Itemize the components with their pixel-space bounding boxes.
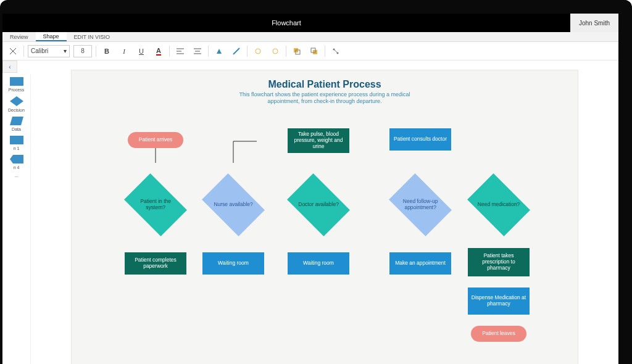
node-label: Make an appointment <box>395 260 446 267</box>
connector-icon[interactable] <box>329 44 343 58</box>
separator <box>247 46 247 57</box>
shape-label: n 4 <box>14 165 20 170</box>
underline-button[interactable]: U <box>135 44 148 58</box>
svg-point-8 <box>256 49 260 54</box>
shape-n1[interactable]: n 1 <box>4 135 29 151</box>
font-size-select[interactable]: 8 <box>73 45 92 57</box>
node-d-nurse[interactable]: Nurse available? <box>202 173 265 236</box>
chart-subtitle: This flowchart shows the patient experie… <box>72 91 578 105</box>
node-label: Patient consults doctor <box>394 136 447 143</box>
node-label: Need follow-up appointment? <box>397 199 444 211</box>
shape-data[interactable]: Data <box>4 116 29 131</box>
window-title: Flowchart <box>2 19 570 27</box>
fill-color-icon[interactable] <box>212 44 226 58</box>
separator <box>208 46 209 57</box>
tab-review[interactable]: Review <box>2 32 36 41</box>
line-color-icon[interactable] <box>230 44 243 58</box>
node-d-doctor[interactable]: Doctor available? <box>287 173 350 236</box>
node-label: Doctor available? <box>295 202 342 208</box>
node-label: Dispense Medication at pharmacy <box>470 295 527 307</box>
font-select[interactable]: Calibri▾ <box>28 45 70 57</box>
svg-rect-20 <box>10 136 23 144</box>
node-wait2[interactable]: Waiting room <box>288 252 349 275</box>
node-take-pulse[interactable]: Take pulse, blood pressure, weight and u… <box>288 128 349 153</box>
node-label: Patient completes paperwork <box>127 257 184 270</box>
tab-shape[interactable]: Shape <box>36 32 67 41</box>
arrange-icon[interactable] <box>290 44 304 58</box>
user-chip[interactable]: John Smith <box>570 14 618 32</box>
shape-decision[interactable]: Decision <box>4 96 29 112</box>
titlebar: Flowchart John Smith <box>2 14 618 32</box>
tab-edit-in-visio[interactable]: EDIT IN VISIO <box>67 32 117 41</box>
node-d-medication[interactable]: Need medication? <box>467 173 530 236</box>
node-label: Waiting room <box>218 260 249 267</box>
toolbar: Calibri▾ 8 B I U A <box>2 42 618 60</box>
shape-label: Process <box>9 88 24 92</box>
effect2-icon[interactable] <box>268 44 282 58</box>
shape-panel: Process Decision Data n 1 n 4 ... <box>2 74 31 364</box>
shape-label: n 1 <box>14 146 20 151</box>
shape-label: Data <box>12 127 21 131</box>
font-size-value: 8 <box>81 48 85 54</box>
italic-button[interactable]: I <box>117 44 131 58</box>
svg-rect-17 <box>10 77 23 86</box>
arrange2-icon[interactable] <box>307 44 321 58</box>
svg-marker-19 <box>10 117 23 125</box>
node-label: Need medication? <box>475 202 522 208</box>
chart-subtitle-line: This flowchart shows the patient experie… <box>72 91 578 98</box>
separator <box>325 46 325 57</box>
node-make-appt[interactable]: Make an appointment <box>389 252 451 275</box>
chart-title: Medical Patient Process <box>72 79 578 90</box>
shape-process[interactable]: Process <box>4 77 29 92</box>
chevron-down-icon: ▾ <box>64 48 67 54</box>
svg-marker-21 <box>10 155 23 163</box>
node-label: Patient takes prescription to pharmacy <box>470 253 527 271</box>
collapse-panel-button[interactable]: ‹ <box>2 60 17 73</box>
node-paperwork[interactable]: Patient completes paperwork <box>125 252 186 275</box>
cut-icon[interactable] <box>6 44 20 58</box>
font-color-button[interactable]: A <box>152 44 165 58</box>
node-wait1[interactable]: Waiting room <box>202 252 264 275</box>
separator <box>96 46 96 57</box>
page[interactable]: Medical Patient Process This flowchart s… <box>72 70 578 364</box>
shape-n4[interactable]: n 4 <box>4 154 29 170</box>
node-d-system[interactable]: Patient in the system? <box>124 173 187 236</box>
chart-subtitle-line: appointment, from check-in through depar… <box>72 98 578 105</box>
bold-button[interactable]: B <box>100 44 114 58</box>
chevron-left-icon: ‹ <box>9 64 10 70</box>
svg-point-9 <box>273 49 278 54</box>
node-start[interactable]: Patient arrives <box>128 132 183 148</box>
svg-marker-18 <box>10 96 23 106</box>
font-select-value: Calibri <box>31 48 48 54</box>
node-label: Patient leaves <box>482 331 515 337</box>
shape-label: Decision <box>8 108 25 112</box>
node-label: Patient in the system? <box>132 199 179 211</box>
align-center-icon[interactable] <box>191 44 204 58</box>
shape-more[interactable]: ... <box>4 173 29 178</box>
node-label: Waiting room <box>303 260 334 267</box>
node-end[interactable]: Patient leaves <box>471 326 526 342</box>
separator <box>286 46 286 57</box>
node-dispense[interactable]: Dispense Medication at pharmacy <box>468 287 530 315</box>
node-take-rx[interactable]: Patient takes prescription to pharmacy <box>468 248 530 276</box>
node-label: Patient arrives <box>139 137 172 143</box>
effect-icon[interactable] <box>251 44 265 58</box>
align-icon[interactable] <box>173 44 187 58</box>
node-consult[interactable]: Patient consults doctor <box>389 128 451 151</box>
ribbon-tabs: Review Shape EDIT IN VISIO <box>2 32 618 42</box>
node-d-followup[interactable]: Need follow-up appointment? <box>389 173 452 236</box>
separator <box>169 46 170 57</box>
canvas[interactable]: Medical Patient Process This flowchart s… <box>31 60 618 364</box>
shape-label: ... <box>15 173 19 178</box>
svg-line-16 <box>334 49 338 53</box>
node-label: Nurse available? <box>210 202 257 208</box>
node-label: Take pulse, blood pressure, weight and u… <box>290 131 347 149</box>
separator <box>23 46 24 57</box>
